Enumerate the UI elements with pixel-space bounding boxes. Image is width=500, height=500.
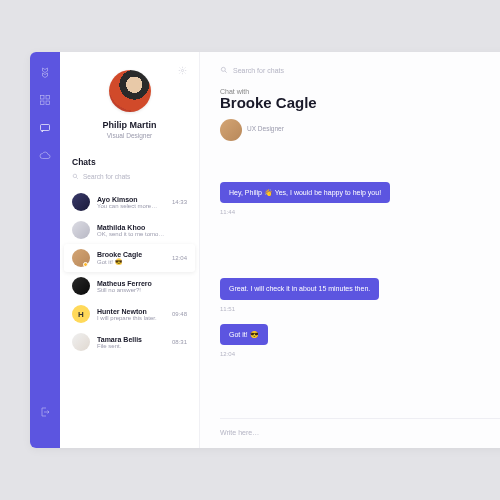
chat-item-name: Tamara Bellis <box>97 336 165 343</box>
chat-item-time: 14:33 <box>172 199 187 205</box>
chat-item[interactable]: H Hunter Newton I will prepare this late… <box>60 300 199 328</box>
message-row: You should g <box>220 253 500 274</box>
chat-item[interactable]: Ayo Kimson You can select more… 14:33 <box>60 188 199 216</box>
conversation-name: Brooke Cagle <box>220 95 317 112</box>
profile-avatar <box>109 70 151 112</box>
svg-rect-1 <box>46 96 50 100</box>
online-indicator <box>83 262 88 267</box>
message-composer[interactable]: Write here… <box>220 418 500 448</box>
message-row: Got it! 😎 <box>220 324 500 345</box>
cloud-icon[interactable] <box>39 150 51 162</box>
chat-item[interactable]: Matheus Ferrero Still no answer?! <box>60 272 199 300</box>
chat-item-name: Ayo Kimson <box>97 196 165 203</box>
chats-heading: Chats <box>60 151 199 171</box>
message-timestamp: 12:04 <box>220 351 500 357</box>
app-window: Philip Martin Visual Designer Chats Sear… <box>30 52 500 448</box>
chat-item-time: 09:48 <box>172 311 187 317</box>
message-timestamp: 11:51 <box>220 306 500 312</box>
chat-item-preview: OK, send it to me tomo… <box>97 231 180 237</box>
chat-item-name: Mathilda Khoo <box>97 224 180 231</box>
message-timestamp: 11:44 <box>220 209 500 215</box>
svg-point-6 <box>73 174 77 178</box>
conversation-avatar <box>220 119 242 141</box>
chat-item-preview: I will prepare this later. <box>97 315 165 321</box>
chat-item[interactable]: Tamara Bellis File sent. 08:31 <box>60 328 199 356</box>
avatar <box>72 193 90 211</box>
nav-rail <box>30 52 60 448</box>
avatar: H <box>72 305 90 323</box>
sidebar-search[interactable]: Search for chats <box>60 171 199 188</box>
dashboard-icon[interactable] <box>39 94 51 106</box>
svg-point-7 <box>221 67 225 71</box>
sidebar-search-placeholder: Search for chats <box>83 173 130 180</box>
chat-item-name: Hunter Newton <box>97 308 165 315</box>
message-list: Hi Brooke. Are you Hey, Philip 👋 Yes, I … <box>220 157 500 413</box>
chat-item-name: Matheus Ferrero <box>97 280 180 287</box>
composer-placeholder: Write here… <box>220 429 259 436</box>
profile-name: Philip Martin <box>68 120 191 130</box>
chat-item-preview: You can select more… <box>97 203 165 209</box>
profile-role: Visual Designer <box>68 132 191 139</box>
svg-rect-3 <box>46 101 50 105</box>
logo-icon[interactable] <box>39 66 51 78</box>
avatar <box>72 333 90 351</box>
avatar <box>72 277 90 295</box>
chat-item-name: Brooke Cagle <box>97 251 165 258</box>
message-bubble-incoming: Hey, Philip 👋 Yes, I would be happy to h… <box>220 182 390 203</box>
conversation-panel: Search for chats Chat with Brooke Cagle … <box>200 52 500 448</box>
chat-item-active[interactable]: Brooke Cagle Got it! 😎 12:04 <box>64 244 195 272</box>
chat-item-preview: Got it! 😎 <box>97 258 165 265</box>
chat-list: Ayo Kimson You can select more… 14:33 Ma… <box>60 188 199 448</box>
message-row: Hey, Philip 👋 Yes, I would be happy to h… <box>220 182 500 203</box>
chats-icon[interactable] <box>39 122 51 134</box>
message-row: Awesome! I will se <box>220 227 500 248</box>
message-bubble-incoming: Great. I will check it in about 15 minut… <box>220 278 379 299</box>
svg-rect-2 <box>41 101 45 105</box>
search-icon <box>220 66 228 74</box>
message-row: Great. I will check it in about 15 minut… <box>220 278 500 299</box>
chat-item-time: 08:31 <box>172 339 187 345</box>
chat-item[interactable]: Mathilda Khoo OK, send it to me tomo… <box>60 216 199 244</box>
svg-rect-4 <box>41 125 50 131</box>
profile-card: Philip Martin Visual Designer <box>60 52 199 151</box>
message-row: Hi Brooke. Are you <box>220 157 500 178</box>
logout-icon[interactable] <box>39 406 51 418</box>
chat-item-preview: File sent. <box>97 343 165 349</box>
sidebar: Philip Martin Visual Designer Chats Sear… <box>60 52 200 448</box>
svg-rect-0 <box>41 96 45 100</box>
chat-item-time: 12:04 <box>172 255 187 261</box>
chat-item-preview: Still no answer?! <box>97 287 180 293</box>
search-icon <box>72 173 79 180</box>
conversation-role: UX Designer <box>247 125 284 132</box>
main-search[interactable]: Search for chats <box>220 66 500 74</box>
svg-point-5 <box>181 69 183 71</box>
message-bubble-incoming: Got it! 😎 <box>220 324 268 345</box>
avatar <box>72 221 90 239</box>
main-search-placeholder: Search for chats <box>233 67 284 74</box>
settings-button[interactable] <box>178 66 187 76</box>
conversation-header: Chat with Brooke Cagle UX Designer <box>220 88 500 141</box>
